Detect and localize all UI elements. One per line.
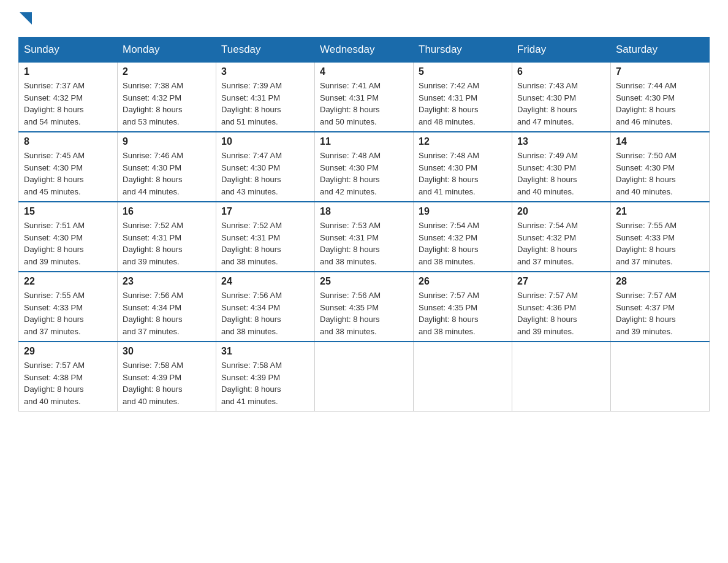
calendar-cell: 5Sunrise: 7:42 AMSunset: 4:31 PMDaylight…	[414, 63, 512, 132]
day-info: Sunrise: 7:53 AMSunset: 4:31 PMDaylight:…	[320, 220, 408, 267]
calendar-cell: 31Sunrise: 7:58 AMSunset: 4:39 PMDayligh…	[216, 342, 315, 412]
day-number: 18	[320, 206, 408, 217]
calendar-cell: 30Sunrise: 7:58 AMSunset: 4:39 PMDayligh…	[118, 342, 216, 412]
day-number: 26	[419, 276, 507, 287]
calendar-cell	[315, 342, 414, 412]
calendar-cell: 2Sunrise: 7:38 AMSunset: 4:32 PMDaylight…	[118, 63, 216, 132]
day-number: 25	[320, 276, 408, 287]
day-header-monday: Monday	[118, 37, 216, 63]
page-header	[18, 12, 710, 25]
calendar-cell: 21Sunrise: 7:55 AMSunset: 4:33 PMDayligh…	[611, 202, 710, 272]
calendar-cell: 10Sunrise: 7:47 AMSunset: 4:30 PMDayligh…	[216, 132, 315, 202]
day-info: Sunrise: 7:58 AMSunset: 4:39 PMDaylight:…	[123, 359, 211, 407]
calendar-cell: 15Sunrise: 7:51 AMSunset: 4:30 PMDayligh…	[19, 202, 118, 272]
day-number: 10	[221, 136, 309, 147]
day-info: Sunrise: 7:48 AMSunset: 4:30 PMDaylight:…	[320, 150, 408, 197]
calendar-cell: 9Sunrise: 7:46 AMSunset: 4:30 PMDaylight…	[118, 132, 216, 202]
day-header-tuesday: Tuesday	[216, 37, 315, 63]
day-info: Sunrise: 7:43 AMSunset: 4:30 PMDaylight:…	[517, 80, 605, 128]
day-number: 24	[221, 276, 309, 287]
calendar-cell: 26Sunrise: 7:57 AMSunset: 4:35 PMDayligh…	[414, 272, 512, 342]
calendar-cell: 13Sunrise: 7:49 AMSunset: 4:30 PMDayligh…	[512, 132, 611, 202]
calendar-cell: 23Sunrise: 7:56 AMSunset: 4:34 PMDayligh…	[118, 272, 216, 342]
calendar-cell: 1Sunrise: 7:37 AMSunset: 4:32 PMDaylight…	[19, 63, 118, 132]
logo-arrow-icon	[20, 12, 32, 25]
day-number: 6	[517, 66, 605, 77]
calendar-cell: 24Sunrise: 7:56 AMSunset: 4:34 PMDayligh…	[216, 272, 315, 342]
day-info: Sunrise: 7:55 AMSunset: 4:33 PMDaylight:…	[616, 220, 704, 267]
day-number: 15	[24, 206, 112, 217]
day-number: 14	[616, 136, 704, 147]
day-info: Sunrise: 7:57 AMSunset: 4:35 PMDaylight:…	[419, 289, 507, 337]
day-info: Sunrise: 7:52 AMSunset: 4:31 PMDaylight:…	[123, 220, 211, 267]
calendar-cell: 7Sunrise: 7:44 AMSunset: 4:30 PMDaylight…	[611, 63, 710, 132]
calendar-cell: 8Sunrise: 7:45 AMSunset: 4:30 PMDaylight…	[19, 132, 118, 202]
day-info: Sunrise: 7:46 AMSunset: 4:30 PMDaylight:…	[123, 150, 211, 197]
day-info: Sunrise: 7:58 AMSunset: 4:39 PMDaylight:…	[221, 359, 309, 407]
day-number: 28	[616, 276, 704, 287]
svg-marker-0	[20, 12, 32, 25]
calendar-cell: 11Sunrise: 7:48 AMSunset: 4:30 PMDayligh…	[315, 132, 414, 202]
calendar-week-row: 8Sunrise: 7:45 AMSunset: 4:30 PMDaylight…	[19, 132, 710, 202]
day-number: 9	[123, 136, 211, 147]
calendar-header-row: SundayMondayTuesdayWednesdayThursdayFrid…	[19, 37, 710, 63]
day-info: Sunrise: 7:37 AMSunset: 4:32 PMDaylight:…	[24, 80, 112, 128]
calendar-week-row: 22Sunrise: 7:55 AMSunset: 4:33 PMDayligh…	[19, 272, 710, 342]
day-info: Sunrise: 7:44 AMSunset: 4:30 PMDaylight:…	[616, 80, 704, 128]
calendar-cell: 3Sunrise: 7:39 AMSunset: 4:31 PMDaylight…	[216, 63, 315, 132]
day-info: Sunrise: 7:47 AMSunset: 4:30 PMDaylight:…	[221, 150, 309, 197]
calendar-cell	[512, 342, 611, 412]
day-number: 3	[221, 66, 309, 77]
day-info: Sunrise: 7:42 AMSunset: 4:31 PMDaylight:…	[419, 80, 507, 128]
day-number: 13	[517, 136, 605, 147]
day-info: Sunrise: 7:50 AMSunset: 4:30 PMDaylight:…	[616, 150, 704, 197]
calendar-week-row: 15Sunrise: 7:51 AMSunset: 4:30 PMDayligh…	[19, 202, 710, 272]
day-number: 2	[123, 66, 211, 77]
day-info: Sunrise: 7:52 AMSunset: 4:31 PMDaylight:…	[221, 220, 309, 267]
day-number: 8	[24, 136, 112, 147]
day-number: 1	[24, 66, 112, 77]
day-info: Sunrise: 7:56 AMSunset: 4:35 PMDaylight:…	[320, 289, 408, 337]
calendar-cell: 22Sunrise: 7:55 AMSunset: 4:33 PMDayligh…	[19, 272, 118, 342]
day-info: Sunrise: 7:57 AMSunset: 4:38 PMDaylight:…	[24, 359, 112, 407]
day-number: 16	[123, 206, 211, 217]
calendar-week-row: 29Sunrise: 7:57 AMSunset: 4:38 PMDayligh…	[19, 342, 710, 412]
logo	[18, 12, 32, 25]
calendar-cell: 4Sunrise: 7:41 AMSunset: 4:31 PMDaylight…	[315, 63, 414, 132]
calendar-cell: 19Sunrise: 7:54 AMSunset: 4:32 PMDayligh…	[414, 202, 512, 272]
day-number: 29	[24, 346, 112, 357]
day-info: Sunrise: 7:48 AMSunset: 4:30 PMDaylight:…	[419, 150, 507, 197]
day-header-friday: Friday	[512, 37, 611, 63]
day-number: 11	[320, 136, 408, 147]
calendar-cell: 27Sunrise: 7:57 AMSunset: 4:36 PMDayligh…	[512, 272, 611, 342]
calendar-cell: 6Sunrise: 7:43 AMSunset: 4:30 PMDaylight…	[512, 63, 611, 132]
day-number: 7	[616, 66, 704, 77]
day-number: 27	[517, 276, 605, 287]
day-header-saturday: Saturday	[611, 37, 710, 63]
day-info: Sunrise: 7:56 AMSunset: 4:34 PMDaylight:…	[123, 289, 211, 337]
day-info: Sunrise: 7:45 AMSunset: 4:30 PMDaylight:…	[24, 150, 112, 197]
day-number: 22	[24, 276, 112, 287]
calendar-cell: 12Sunrise: 7:48 AMSunset: 4:30 PMDayligh…	[414, 132, 512, 202]
calendar-week-row: 1Sunrise: 7:37 AMSunset: 4:32 PMDaylight…	[19, 63, 710, 132]
day-info: Sunrise: 7:56 AMSunset: 4:34 PMDaylight:…	[221, 289, 309, 337]
day-info: Sunrise: 7:41 AMSunset: 4:31 PMDaylight:…	[320, 80, 408, 128]
day-number: 21	[616, 206, 704, 217]
day-info: Sunrise: 7:57 AMSunset: 4:37 PMDaylight:…	[616, 289, 704, 337]
calendar-cell: 25Sunrise: 7:56 AMSunset: 4:35 PMDayligh…	[315, 272, 414, 342]
calendar-cell: 14Sunrise: 7:50 AMSunset: 4:30 PMDayligh…	[611, 132, 710, 202]
calendar-cell: 20Sunrise: 7:54 AMSunset: 4:32 PMDayligh…	[512, 202, 611, 272]
day-header-wednesday: Wednesday	[315, 37, 414, 63]
day-info: Sunrise: 7:49 AMSunset: 4:30 PMDaylight:…	[517, 150, 605, 197]
day-number: 17	[221, 206, 309, 217]
day-number: 12	[419, 136, 507, 147]
calendar-cell: 18Sunrise: 7:53 AMSunset: 4:31 PMDayligh…	[315, 202, 414, 272]
calendar-cell: 29Sunrise: 7:57 AMSunset: 4:38 PMDayligh…	[19, 342, 118, 412]
day-info: Sunrise: 7:39 AMSunset: 4:31 PMDaylight:…	[221, 80, 309, 128]
day-number: 20	[517, 206, 605, 217]
calendar-table: SundayMondayTuesdayWednesdayThursdayFrid…	[18, 37, 710, 412]
day-info: Sunrise: 7:51 AMSunset: 4:30 PMDaylight:…	[24, 220, 112, 267]
day-info: Sunrise: 7:54 AMSunset: 4:32 PMDaylight:…	[517, 220, 605, 267]
day-number: 5	[419, 66, 507, 77]
calendar-cell	[611, 342, 710, 412]
